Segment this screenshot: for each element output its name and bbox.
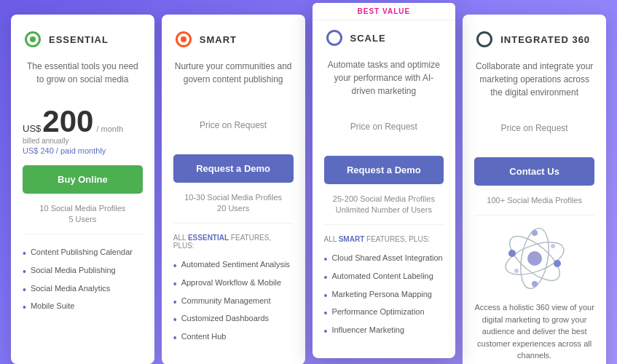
essential-billed: billed annually	[23, 137, 68, 145]
bullet-icon: •	[23, 248, 26, 260]
essential-monthly-price: US$ 240 / paid monthly	[23, 146, 106, 155]
smart-features-label-highlight: ESSENTIAL	[188, 234, 229, 242]
bullet-icon: •	[173, 260, 177, 272]
list-item: •Content Hub	[173, 329, 294, 347]
smart-profiles: 10-30 Social Media Profiles	[173, 193, 294, 202]
scale-price-on-request: Price on Request	[324, 122, 444, 132]
integrated-icon	[474, 29, 495, 50]
list-item: •Social Media Analytics	[23, 281, 143, 299]
integrated-cta-button[interactable]: Contact Us	[474, 157, 594, 186]
integrated-header: INTEGRATED 360	[474, 29, 594, 50]
pricing-container: ESSENTIAL The essential tools you need t…	[7, 15, 610, 364]
plan-scale: BEST VALUE SCALE Automate tasks and opti…	[313, 3, 456, 358]
plan-essential: ESSENTIAL The essential tools you need t…	[11, 15, 154, 364]
smart-divider	[173, 223, 294, 223]
essential-features-list: •Content Publishing Calendar •Social Med…	[23, 245, 143, 317]
scale-icon	[324, 28, 345, 48]
scale-features-list: •Cloud Shared Asset Integration •Automat…	[324, 250, 444, 341]
essential-description: The essential tools you need to grow on …	[23, 60, 143, 96]
list-item: •Customized Dashboards	[173, 311, 294, 329]
essential-icon	[23, 29, 43, 50]
svg-point-6	[532, 230, 538, 236]
list-item: •Mobile Suite	[23, 298, 143, 317]
smart-features-list: •Automated Sentiment Analysis •Approval …	[173, 257, 294, 347]
smart-description: Nurture your communities and govern cont…	[173, 60, 294, 96]
bullet-icon: •	[324, 272, 328, 284]
integrated-price-section: Price on Request	[474, 109, 594, 147]
svg-point-3	[527, 251, 542, 266]
scale-description: Automate tasks and optimize your perform…	[324, 58, 444, 98]
list-item: •Automated Content Labeling	[324, 269, 444, 287]
bullet-icon: •	[324, 253, 328, 266]
scale-features-label-highlight: SMART	[339, 235, 365, 243]
list-item: •Performance Optimization	[324, 304, 444, 323]
plan-smart: SMART Nurture your communities and gover…	[162, 15, 305, 364]
essential-divider	[23, 234, 143, 234]
bullet-icon: •	[173, 314, 177, 326]
essential-name: ESSENTIAL	[49, 34, 109, 45]
essential-currency: US$	[23, 123, 41, 134]
integrated-name: INTEGRATED 360	[500, 34, 590, 45]
bullet-icon: •	[173, 332, 177, 344]
list-item: •Approval Workflow & Mobile	[173, 275, 294, 293]
smart-price-on-request: Price on Request	[173, 120, 294, 130]
list-item: •Community Management	[173, 293, 294, 312]
scale-features-label: ALL SMART FEATURES, PLUS:	[324, 235, 444, 243]
essential-users: 5 Users	[23, 215, 143, 223]
essential-cta-button[interactable]: Buy Online	[23, 165, 143, 194]
scale-users: Unlimited Number of Users	[324, 205, 444, 214]
bullet-icon: •	[23, 301, 26, 314]
scale-header: SCALE	[324, 28, 444, 48]
bullet-icon: •	[173, 278, 177, 290]
scale-price-section: Price on Request	[324, 108, 444, 146]
svg-point-8	[514, 269, 519, 273]
svg-point-4	[508, 250, 516, 257]
smart-header: SMART	[173, 29, 294, 50]
smart-price-section: Price on Request	[173, 106, 294, 144]
essential-profiles: 10 Social Media Profiles	[23, 204, 143, 213]
integrated-description: Collaborate and integrate your marketing…	[474, 60, 594, 99]
list-item: •Influencer Marketing	[324, 323, 444, 341]
smart-users: 20 Users	[173, 204, 294, 213]
integrated-description-bottom: Access a holistic 360 view of your digit…	[474, 301, 594, 362]
svg-point-5	[554, 260, 561, 267]
bullet-icon: •	[324, 290, 328, 302]
best-value-badge: BEST VALUE	[313, 3, 456, 20]
scale-divider	[324, 224, 444, 225]
bullet-icon: •	[23, 284, 26, 296]
smart-features-label: ALL ESSENTIAL FEATURES, PLUS:	[173, 234, 294, 250]
list-item: •Cloud Shared Asset Integration	[324, 250, 444, 269]
essential-per-month: / month	[96, 124, 123, 133]
smart-icon	[173, 29, 194, 50]
svg-point-9	[551, 244, 555, 248]
integrated-orbit-graphic	[474, 226, 594, 291]
smart-cta-button[interactable]: Request a Demo	[173, 154, 294, 183]
smart-name: SMART	[200, 34, 237, 45]
list-item: •Content Publishing Calendar	[23, 245, 143, 263]
bullet-icon: •	[173, 296, 177, 309]
integrated-profiles: 100+ Social Media Profiles	[474, 196, 594, 205]
plan-integrated360: INTEGRATED 360 Collaborate and integrate…	[463, 15, 606, 364]
integrated-price-on-request: Price on Request	[474, 123, 594, 133]
svg-point-7	[532, 281, 538, 287]
scale-profiles: 25-200 Social Media Profiles	[324, 194, 444, 203]
list-item: •Social Media Publishing	[23, 263, 143, 281]
list-item: •Automated Sentiment Analysis	[173, 257, 294, 275]
bullet-icon: •	[324, 325, 328, 338]
bullet-icon: •	[324, 307, 328, 320]
scale-cta-button[interactable]: Request a Demo	[324, 156, 444, 184]
scale-name: SCALE	[350, 33, 386, 44]
essential-price-section: US$ 200 / month billed annually US$ 240 …	[23, 106, 143, 155]
integrated-divider	[474, 215, 594, 215]
list-item: •Marketing Persona Mapping	[324, 287, 444, 305]
bullet-icon: •	[23, 266, 26, 278]
essential-header: ESSENTIAL	[23, 29, 143, 50]
essential-amount: 200	[42, 106, 93, 137]
orbit-svg	[502, 226, 567, 291]
